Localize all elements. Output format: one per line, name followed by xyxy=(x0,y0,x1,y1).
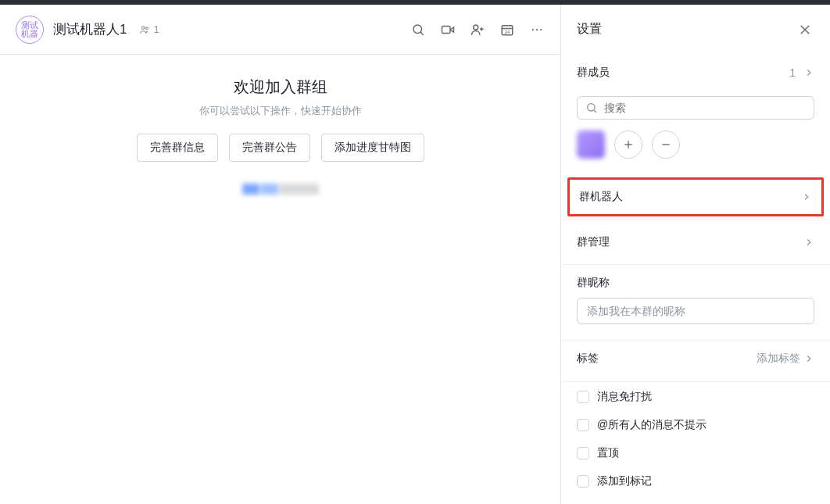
plus-icon xyxy=(622,138,635,151)
group-bots-label: 群机器人 xyxy=(579,190,623,204)
nickname-input[interactable] xyxy=(577,298,814,324)
add-tag-button[interactable]: 添加标签 xyxy=(757,352,814,366)
tags-section: 标签 添加标签 xyxy=(561,340,830,381)
chevron-right-icon xyxy=(801,191,812,202)
pin-label: 置顶 xyxy=(597,446,619,460)
chat-header: 测试 机器 测试机器人1 1 xyxy=(0,5,560,55)
group-admin-label: 群管理 xyxy=(577,235,610,249)
checkbox-icon xyxy=(577,447,589,459)
add-member-button[interactable] xyxy=(614,130,642,159)
add-gantt-button[interactable]: 添加进度甘特图 xyxy=(321,134,424,162)
mute-option[interactable]: 消息免打扰 xyxy=(577,390,814,404)
no-at-all-option[interactable]: @所有人的消息不提示 xyxy=(577,418,814,432)
welcome-subtitle: 你可以尝试以下操作，快速开始协作 xyxy=(199,104,362,118)
members-row[interactable]: 群成员 1 xyxy=(577,57,814,88)
people-icon xyxy=(139,24,150,35)
members-search-input[interactable] xyxy=(604,102,806,114)
search-icon[interactable] xyxy=(410,22,426,38)
tags-label: 标签 xyxy=(577,352,599,366)
members-search[interactable] xyxy=(577,96,814,120)
video-call-icon[interactable] xyxy=(440,22,456,38)
complete-group-notice-button[interactable]: 完善群公告 xyxy=(229,134,310,162)
nickname-section: 群昵称 xyxy=(561,264,830,340)
svg-point-6 xyxy=(474,25,478,30)
checkbox-icon xyxy=(577,475,589,488)
chat-avatar: 测试 机器 xyxy=(16,16,44,44)
svg-point-12 xyxy=(532,28,534,30)
more-icon[interactable] xyxy=(529,22,545,38)
options-section: 消息免打扰 @所有人的消息不提示 置顶 添加到标记 xyxy=(561,381,830,504)
minus-icon xyxy=(660,138,672,151)
group-bots-row[interactable]: 群机器人 xyxy=(570,180,821,214)
svg-point-0 xyxy=(142,26,145,29)
svg-point-13 xyxy=(536,28,538,30)
settings-title: 设置 xyxy=(577,21,602,38)
svg-line-3 xyxy=(420,32,424,35)
members-label: 群成员 xyxy=(577,66,610,80)
settings-panel: 设置 群成员 1 xyxy=(560,5,830,504)
chevron-right-icon xyxy=(803,67,814,78)
members-count: 1 xyxy=(789,66,796,79)
group-admin-row[interactable]: 群管理 xyxy=(577,227,814,258)
app-root: 测试 机器 测试机器人1 1 xyxy=(0,5,830,504)
close-icon[interactable] xyxy=(796,20,814,39)
chat-content: 欢迎加入群组 你可以尝试以下操作，快速开始协作 完善群信息 完善群公告 添加进度… xyxy=(0,55,560,504)
add-member-icon[interactable] xyxy=(470,22,485,38)
add-tag-label: 添加标签 xyxy=(757,352,800,366)
nickname-label: 群昵称 xyxy=(577,276,814,290)
chat-title: 测试机器人1 xyxy=(53,20,127,38)
svg-text:24: 24 xyxy=(505,29,510,34)
chat-member-count-value: 1 xyxy=(153,23,159,35)
welcome-actions: 完善群信息 完善群公告 添加进度甘特图 xyxy=(137,134,424,162)
members-section: 群成员 1 xyxy=(561,54,830,174)
chat-member-count: 1 xyxy=(139,23,159,35)
svg-point-1 xyxy=(146,27,148,29)
pin-option[interactable]: 置顶 xyxy=(577,446,814,460)
chat-main: 测试 机器 测试机器人1 1 xyxy=(0,5,560,504)
chat-avatar-text: 测试 机器 xyxy=(21,21,38,38)
blurred-content xyxy=(242,184,319,195)
welcome-title: 欢迎加入群组 xyxy=(234,77,327,98)
no-at-all-label: @所有人的消息不提示 xyxy=(597,418,707,432)
group-bots-highlight: 群机器人 xyxy=(567,177,824,216)
mute-label: 消息免打扰 xyxy=(597,390,652,404)
member-avatar[interactable] xyxy=(577,130,605,159)
chat-header-actions: 24 xyxy=(410,22,545,38)
chat-header-left: 测试 机器 测试机器人1 1 xyxy=(16,16,159,44)
chevron-right-icon xyxy=(803,237,814,248)
checkbox-icon xyxy=(577,419,589,431)
complete-group-info-button[interactable]: 完善群信息 xyxy=(137,134,218,162)
calendar-icon[interactable]: 24 xyxy=(499,22,515,38)
search-icon xyxy=(585,102,598,114)
add-mark-option[interactable]: 添加到标记 xyxy=(577,474,814,488)
member-row xyxy=(577,130,814,159)
settings-header: 设置 xyxy=(561,5,830,54)
checkbox-icon xyxy=(577,391,589,403)
svg-point-14 xyxy=(540,28,542,30)
remove-member-button[interactable] xyxy=(652,130,680,159)
tags-row: 标签 添加标签 xyxy=(577,352,814,366)
chevron-right-icon xyxy=(803,353,814,364)
add-mark-label: 添加到标记 xyxy=(597,474,652,488)
svg-rect-4 xyxy=(442,26,451,33)
svg-point-2 xyxy=(413,25,422,34)
svg-line-18 xyxy=(594,110,596,113)
group-admin-section: 群管理 xyxy=(561,220,830,264)
svg-point-17 xyxy=(588,104,595,111)
